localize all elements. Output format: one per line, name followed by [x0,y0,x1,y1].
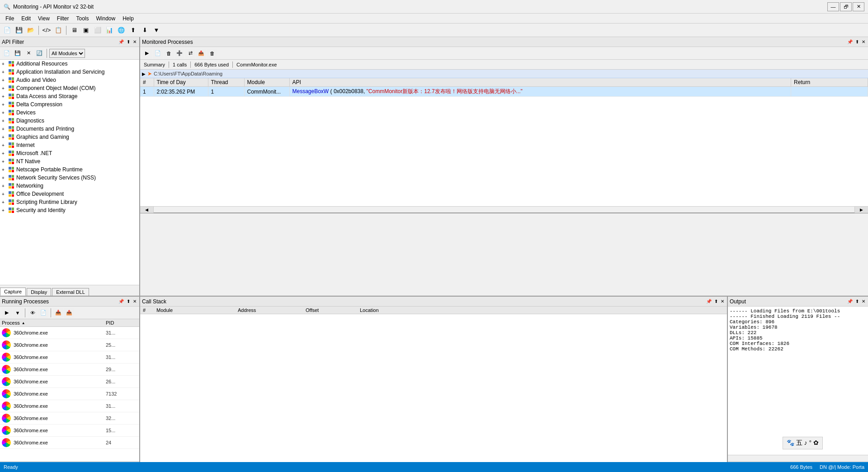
toolbar-open-folder[interactable]: 📂 [25,25,36,36]
list-item[interactable]: 360chrome.exe31... [0,400,139,412]
tree-expand-icon[interactable]: + [2,151,7,156]
tree-item[interactable]: +Diagnostics [0,117,139,125]
filter-refresh-btn[interactable]: 🔄 [34,48,44,58]
menu-view[interactable]: View [34,14,53,23]
tree-expand-icon[interactable]: + [2,184,7,189]
toolbar-monitor-3[interactable]: ⬜ [92,25,103,36]
tree-expand-icon[interactable]: + [2,118,7,123]
tree-item[interactable]: +Office Development [0,190,139,198]
tree-item[interactable]: +Documents and Printing [0,125,139,133]
rp-toolbar-monitor[interactable]: 👁 [28,308,38,318]
tree-item[interactable]: +Delta Compression [0,100,139,109]
rp-toolbar-file[interactable]: 📄 [38,308,48,318]
tree-expand-icon[interactable]: + [2,143,7,148]
tree-expand-icon[interactable]: + [2,86,7,91]
tab-display[interactable]: Display [27,288,51,296]
tree-expand-icon[interactable]: + [2,175,7,180]
rp-toolbar-dropdown[interactable]: ▼ [13,308,23,318]
tree-expand-icon[interactable]: + [2,78,7,83]
mp-toolbar-btn3[interactable]: 🗑 [164,48,174,58]
menu-window[interactable]: Window [93,14,119,23]
api-filter-float[interactable]: ⬆ [126,39,131,44]
list-item[interactable]: 360chrome.exe26... [0,376,139,388]
rp-toolbar-export[interactable]: 📤 [64,308,74,318]
tree-item[interactable]: +Additional Resources [0,60,139,68]
cs-pin[interactable]: 📌 [705,299,712,304]
menu-tools[interactable]: Tools [73,14,93,23]
list-item[interactable]: 360chrome.exe29... [0,363,139,376]
api-tree[interactable]: +Additional Resources+Application Instal… [0,60,139,285]
menu-help[interactable]: Help [119,14,137,23]
mp-pin[interactable]: 📌 [846,39,854,44]
tree-item[interactable]: +Security and Identity [0,206,139,214]
api-filter-module-select[interactable]: All Modules [49,49,85,58]
tree-expand-icon[interactable]: + [2,127,7,132]
table-row[interactable]: 1 2:02:35.262 PM 1 CommMonit... MessageB… [140,87,868,97]
toolbar-save[interactable]: 💾 [14,25,24,36]
tree-item[interactable]: +Microsoft .NET [0,149,139,157]
mp-toolbar-export[interactable]: 📤 [196,48,206,58]
toolbar-download[interactable]: ⬇ [139,25,150,36]
tree-item[interactable]: +Data Access and Storage [0,92,139,100]
rp-pin[interactable]: 📌 [118,299,125,304]
filter-delete-btn[interactable]: ✕ [24,48,33,58]
maximize-button[interactable]: 🗗 [840,2,852,11]
tree-expand-icon[interactable]: + [2,192,7,197]
tree-item[interactable]: +Internet [0,141,139,149]
filter-new-btn[interactable]: 📄 [2,48,12,58]
mp-toolbar-btn1[interactable]: ▶ [142,48,152,58]
tree-expand-icon[interactable]: + [2,167,7,172]
list-item[interactable]: 360chrome.exe32... [0,412,139,425]
rp-toolbar-import[interactable]: 📥 [53,308,63,318]
rp-col-process-header[interactable]: Process ▲ [2,320,106,326]
api-filter-close[interactable]: ✕ [132,39,137,44]
list-item[interactable]: 360chrome.exe15... [0,425,139,437]
rp-toolbar-start[interactable]: ▶ [2,308,12,318]
cs-float[interactable]: ⬆ [713,299,719,304]
tree-expand-icon[interactable]: + [2,102,7,107]
toolbar-copy[interactable]: 📋 [53,25,64,36]
cs-close[interactable]: ✕ [720,299,725,304]
toolbar-monitor-1[interactable]: 🖥 [69,25,80,36]
mp-row-expand[interactable]: ▶ [142,71,146,76]
rp-process-list[interactable]: 360chrome.exe31...360chrome.exe25...360c… [0,327,139,461]
tree-item[interactable]: +Audio and Video [0,76,139,84]
list-item[interactable]: 360chrome.exe31... [0,351,139,363]
toolbar-code[interactable]: </> [41,25,52,36]
mp-toolbar-arrows[interactable]: ⇄ [185,48,195,58]
tab-capture[interactable]: Capture [0,288,26,296]
tree-item[interactable]: +NT Native [0,157,139,165]
tree-expand-icon[interactable]: + [2,135,7,140]
tree-expand-icon[interactable]: + [2,200,7,205]
tree-item[interactable]: +Component Object Model (COM) [0,84,139,92]
mp-float[interactable]: ⬆ [854,39,860,44]
op-float[interactable]: ⬆ [854,299,860,304]
list-item[interactable]: 360chrome.exe31... [0,327,139,339]
list-item[interactable]: 360chrome.exe24 [0,437,139,449]
toolbar-upload[interactable]: ⬆ [127,25,138,36]
tree-expand-icon[interactable]: + [2,159,7,164]
tree-expand-icon[interactable]: + [2,70,7,75]
tree-item[interactable]: +Scripting Runtime Library [0,198,139,206]
toolbar-new[interactable]: 📄 [2,25,13,36]
toolbar-dropdown-arrow[interactable]: ▼ [151,25,162,36]
op-pin[interactable]: 📌 [846,299,854,304]
tab-external-dll[interactable]: External DLL [52,288,89,296]
op-close[interactable]: ✕ [861,299,866,304]
api-table-container[interactable]: # Time of Day Thread Module API Return 1 [140,78,868,206]
tree-item[interactable]: +Networking [0,182,139,190]
tree-item[interactable]: +Netscape Portable Runtime [0,165,139,174]
menu-edit[interactable]: Edit [18,14,34,23]
toolbar-monitor-4[interactable]: 📊 [104,25,115,36]
scroll-left-btn[interactable]: ◀ [140,207,154,213]
mp-toolbar-trash[interactable]: 🗑 [207,48,217,58]
mp-toolbar-btn2[interactable]: 📄 [153,48,163,58]
scroll-right-btn[interactable]: ▶ [854,207,868,213]
mp-toolbar-plus[interactable]: ➕ [175,48,184,58]
tree-expand-icon[interactable]: + [2,110,7,115]
filter-save-btn[interactable]: 💾 [13,48,23,58]
tree-expand-icon[interactable]: + [2,61,7,66]
toolbar-monitor-2[interactable]: ▣ [80,25,91,36]
rp-col-pid-header[interactable]: PID [106,320,137,326]
tree-expand-icon[interactable]: + [2,208,7,213]
